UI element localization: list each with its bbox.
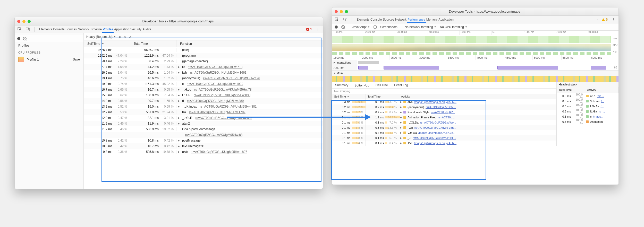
tab-security[interactable]: Security bbox=[130, 28, 142, 31]
clear-icon[interactable] bbox=[341, 25, 345, 29]
clear-icon[interactable] bbox=[23, 37, 27, 40]
heaviest-row[interactable]: 0.3 ms100.0 %aKb/ma... bbox=[557, 93, 618, 98]
source-link[interactable]: /maps/_/js/k=maps.m.en.ye... bbox=[418, 131, 455, 134]
col-total-time[interactable]: Total Time bbox=[366, 94, 399, 99]
inspect-icon[interactable] bbox=[335, 18, 339, 22]
heaviest-row[interactable]: 0.3 ms100.0 %LJb.Aa/... bbox=[557, 103, 618, 108]
profile-row[interactable]: 27.7 ms1.08 %44.2 ms1.73 %▶t9rs=ACT90oGq… bbox=[84, 64, 323, 70]
tab-network[interactable]: Network bbox=[395, 18, 407, 21]
minimize-icon[interactable] bbox=[340, 10, 343, 13]
tab-elements[interactable]: Elements bbox=[39, 28, 53, 31]
subtab-summary[interactable]: Summary bbox=[332, 82, 351, 88]
maximize-icon[interactable] bbox=[28, 20, 31, 23]
save-link[interactable]: Save bbox=[73, 58, 80, 61]
profile-row[interactable]: 15.8 ms0.62 %180.0 ms7.04 %▶F1e.Rrs=ACT9… bbox=[84, 92, 323, 98]
source-link[interactable]: rs=ACT90oGqRZGG...wVKUIgM95Hw:78 bbox=[194, 88, 251, 91]
heaviest-row[interactable]: 0.3 ms100.0 %iL.Gars=... bbox=[557, 108, 618, 114]
source-link[interactable]: rs=ACT90oGqRZGGx... bbox=[426, 106, 456, 109]
capture-mode-dropdown[interactable]: JavaScript▼ bbox=[352, 25, 370, 29]
profile-row[interactable]: 26.5 ms1.04 %26.5 ms1.04 %▶fwbrs=ACT90oG… bbox=[84, 70, 323, 75]
bottomup-row[interactable]: 0.2 ms13.2 %0.7 ms38.4 %▶(anonymous)rs=A… bbox=[332, 104, 556, 110]
tab-profiles[interactable]: Profiles bbox=[102, 28, 114, 33]
profile-row[interactable]: 16.7 ms0.65 %16.7 ms0.65 %▶_.H.ogrs=ACT9… bbox=[84, 87, 323, 92]
source-link[interactable]: rs=ACT90oGqRZGG...wVKUIgM95Hw:88 bbox=[185, 133, 242, 137]
cpu-throttle-dropdown[interactable]: No CPU throttling▼ bbox=[440, 25, 467, 29]
source-link[interactable]: rs=ACT90o... bbox=[438, 116, 455, 119]
tab-audits[interactable]: Audits bbox=[142, 28, 151, 31]
subtab-event-log[interactable]: Event Log bbox=[391, 82, 411, 88]
source-link[interactable]: rs=ACT90oGqRZGG...KUIgM95Hw:1807 bbox=[191, 150, 247, 154]
profile-row[interactable]: 10.8 ms0.42 %10.7 ms0.42 %▶texSubImage2D bbox=[84, 143, 323, 149]
tab-network[interactable]: Network bbox=[77, 28, 90, 31]
source-link[interactable]: rs=... bbox=[598, 110, 605, 113]
record-icon[interactable] bbox=[335, 25, 338, 29]
source-link[interactable]: rs=ACT90oGqRZGGxuWo-z8BL... bbox=[413, 136, 456, 139]
tab-sources[interactable]: Sources bbox=[65, 28, 77, 31]
source-link[interactable]: rs=ACT90oGqRZGG...VKUIgM95Hw:838 bbox=[194, 93, 250, 97]
maximize-icon[interactable] bbox=[345, 10, 348, 13]
tab-application[interactable]: Application bbox=[114, 28, 130, 31]
source-link[interactable]: rs=ACT90oGqRZ... bbox=[431, 111, 455, 114]
profile-item[interactable]: Profile 1 Save bbox=[15, 55, 83, 64]
record-icon[interactable] bbox=[17, 37, 20, 40]
source-link[interactable]: rs=ACT90oGqRZGG...VKUIgM95Hw:389 bbox=[187, 99, 244, 103]
source-link[interactable]: rs=ACT90oGqRZGGxuWo... bbox=[420, 121, 456, 124]
error-count[interactable]: × 1 bbox=[306, 28, 312, 31]
col-activity[interactable]: Activity bbox=[585, 87, 618, 93]
profile-row[interactable]: 12.0 ms0.47 %82.1 ms3.21 %▶_.rYe.Rrs=ACT… bbox=[84, 115, 323, 121]
profile-row[interactable]: 13.2 ms0.52 %15.0 ms0.59 %▶_.gK.indexrs=… bbox=[84, 104, 323, 109]
source-link[interactable]: rs=ACT90oGqRZGG...KUIgM95Hw:1799 bbox=[189, 110, 245, 114]
subtab-bottom-up[interactable]: Bottom-Up bbox=[351, 82, 372, 88]
kebab-menu-icon[interactable]: ⋮ bbox=[316, 28, 320, 31]
inspect-icon[interactable] bbox=[17, 27, 22, 31]
source-link[interactable]: rs=ACT90oGqRZGG...VKUIgM95Hw:381 bbox=[200, 105, 257, 108]
warning-count[interactable]: 6 bbox=[602, 18, 608, 21]
source-link[interactable]: /maps/_/js/k=maps.m.en.yeALR... bbox=[414, 100, 457, 103]
col-self-time[interactable]: Self Time▼ bbox=[84, 40, 130, 47]
profile-row[interactable]: 10.8 ms0.42 %10.8 ms0.42 %▶postMessage bbox=[84, 138, 323, 143]
source-link[interactable]: rs=ACT90oGqRZGG...VKUIgM95Hw:126 bbox=[203, 76, 260, 80]
overflow-icon[interactable]: » bbox=[597, 18, 598, 21]
overview-minimap[interactable]: 1000ms2000 ms3000 ms4000 ms5000 ms601000… bbox=[332, 31, 618, 55]
profile-row[interactable]: 11.7 ms0.46 %506.9 ms19.82 %Oda.b.port1.… bbox=[84, 126, 323, 132]
source-link[interactable]: rs=ACT90oGqRZGG...KUIgM95Hw:1929 bbox=[187, 82, 243, 86]
close-icon[interactable] bbox=[335, 10, 338, 13]
heaviest-row[interactable]: 0.3 ms100.0 %VJb.wa/... bbox=[557, 98, 618, 103]
screenshots-checkbox[interactable] bbox=[374, 25, 377, 29]
tab-sources[interactable]: Sources bbox=[382, 18, 395, 21]
track-interactions[interactable]: ▶Interactions bbox=[332, 60, 618, 65]
track-animation-1[interactable]: Ani…ion Animation Animation An…on 60 bbox=[332, 65, 618, 70]
grouping-dropdown[interactable]: No Grouping bbox=[332, 89, 556, 94]
source-link[interactable]: rs=ACT90oGqRZGG...KUIgM95Hw:713 bbox=[188, 65, 242, 69]
profile-row[interactable]: 11.9 ms0.46 %11.9 ms0.46 %▶atan2 bbox=[84, 121, 323, 126]
bottomup-row[interactable]: 0.1 ms7.0 %0.1 ms7.0 %▶_.CG.Dars=ACT90oG… bbox=[332, 120, 556, 125]
source-link[interactable]: rs=ACT90oGqRZGGxuWo-z8B... bbox=[414, 126, 456, 129]
profile-row[interactable]: 14.3 ms0.56 %39.7 ms1.55 %▶drs=ACT90oGqR… bbox=[84, 98, 323, 104]
col-total-time[interactable]: Total Time bbox=[557, 87, 585, 93]
source-link[interactable]: rs=ACT90oGqRZGG...KUIgM95Hw:1661 bbox=[190, 71, 247, 74]
source-link[interactable]: rs=ACT90oGqRZGG...VKUIgM95Hw:593 bbox=[196, 116, 252, 120]
profile-row[interactable]: 9626.7 ms9626.7 ms(idle) bbox=[84, 47, 323, 53]
track-main[interactable]: ▼ Main bbox=[332, 71, 618, 82]
source-link[interactable]: /... bbox=[600, 105, 604, 108]
bottomup-row[interactable]: 0.1 ms6.8 %0.3 ms13.6 %▶_.zprs=ACT90oGqR… bbox=[332, 125, 556, 130]
source-link[interactable]: /ma... bbox=[597, 94, 604, 98]
source-link[interactable]: /maps/_/js/k=maps.m.en.yeALR... bbox=[414, 142, 457, 145]
tab-timeline[interactable]: Timeline bbox=[90, 28, 102, 31]
tab-console[interactable]: Console bbox=[53, 28, 65, 31]
tab-memory[interactable]: Memory bbox=[426, 18, 438, 21]
bottomup-row[interactable]: 0.1 ms7.3 %1.2 ms64.7 %▶Animation Frame … bbox=[332, 115, 556, 120]
focus-icon[interactable]: ◉ bbox=[118, 35, 121, 39]
profile-row[interactable]: 1202.9 ms47.04 %1202.9 ms47.04 %(program… bbox=[84, 53, 323, 58]
bottomup-row[interactable]: 0.1 ms6.8 %0.1 ms6.8 %▶_.jirs=ACT90oGqRZ… bbox=[332, 135, 556, 141]
heaviest-row[interactable]: 0.3 ms100.0 %Animation bbox=[557, 119, 618, 124]
subtab-call-tree[interactable]: Call Tree bbox=[372, 82, 391, 88]
tab-console[interactable]: Console bbox=[370, 18, 382, 21]
bottomup-row[interactable]: 0.2 ms8.7 %0.2 ms8.7 %▶Recalculate Style… bbox=[332, 110, 556, 115]
profile-row[interactable]: 19.0 ms0.74 %1151.3 ms45.02 %crs=ACT90oG… bbox=[84, 81, 323, 87]
profile-row[interactable]: 58.4 ms2.29 %58.4 ms2.29 %(garbage colle… bbox=[84, 58, 323, 64]
minimize-icon[interactable] bbox=[22, 20, 26, 23]
reload-icon[interactable]: ⟳ bbox=[129, 35, 131, 39]
bottomup-row[interactable]: 0.1 ms6.8 %0.6 ms34.1 %▶VJb.wa/maps/_/js… bbox=[332, 130, 556, 135]
close-icon[interactable] bbox=[17, 20, 20, 23]
